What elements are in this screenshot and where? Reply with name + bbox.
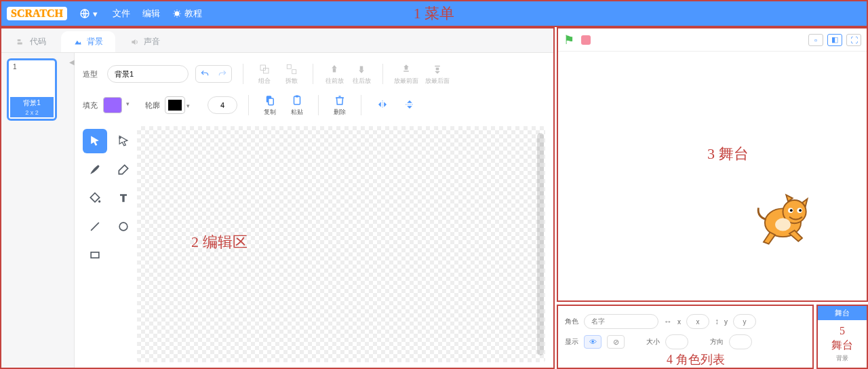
tab-sounds[interactable]: 声音 — [118, 31, 172, 52]
sprite-label: 角色 — [565, 317, 578, 326]
show-button[interactable]: 👁 — [584, 335, 601, 349]
costume-name-input[interactable] — [107, 65, 189, 83]
svg-point-31 — [775, 218, 791, 231]
hide-button[interactable]: ⊘ — [607, 335, 625, 349]
fullscreen-button[interactable]: ⛶ — [846, 34, 861, 46]
annotation-menu: 1 菜单 — [414, 3, 455, 24]
costume-name-label: 背景1 — [10, 97, 54, 109]
stroke-color-swatch[interactable]: ▾ — [165, 97, 184, 113]
y-input[interactable]: y — [733, 314, 756, 329]
stop-button[interactable] — [581, 35, 591, 45]
ungroup-button[interactable]: 拆散 — [281, 63, 302, 85]
svg-rect-17 — [296, 95, 299, 97]
scratch-cat-sprite[interactable] — [751, 187, 815, 252]
svg-point-1 — [175, 12, 180, 16]
stroke-width-input[interactable] — [208, 96, 237, 114]
svg-rect-7 — [292, 69, 296, 73]
language-menu[interactable]: ▾ — [79, 8, 100, 19]
costume-number: 1 — [13, 63, 17, 71]
costume-item[interactable]: 1 背景1 2 x 2 — [7, 58, 57, 121]
green-flag-button[interactable]: ⚑ — [564, 33, 574, 47]
svg-rect-12 — [435, 65, 440, 66]
redo-button[interactable] — [214, 66, 231, 82]
tab-code[interactable]: 代码 — [4, 31, 58, 52]
file-menu[interactable]: 文件 — [113, 7, 130, 20]
xy-icon: ↔ — [664, 317, 672, 326]
svg-point-28 — [790, 209, 793, 212]
paste-button[interactable]: 粘贴 — [287, 94, 307, 117]
svg-rect-8 — [333, 68, 336, 72]
stage-panel: ⚑ ▫ ◧ ⛶ — [557, 27, 868, 302]
svg-rect-16 — [294, 96, 300, 104]
svg-rect-11 — [403, 71, 409, 72]
svg-rect-15 — [269, 98, 274, 105]
svg-rect-5 — [264, 68, 269, 73]
tool-palette — [83, 126, 137, 362]
size-input[interactable] — [665, 334, 688, 349]
text-tool[interactable] — [111, 186, 136, 210]
back-button[interactable]: 放最后面 — [425, 63, 450, 85]
y-label: y — [724, 318, 728, 326]
rect-tool[interactable] — [83, 243, 107, 267]
edit-menu[interactable]: 编辑 — [142, 7, 160, 20]
direction-input[interactable] — [729, 334, 752, 349]
svg-rect-13 — [436, 67, 439, 70]
scratch-logo: SCRATCH — [7, 7, 67, 20]
svg-point-20 — [119, 136, 121, 138]
tutorials-menu[interactable]: 教程 — [172, 7, 202, 20]
direction-label: 方向 — [710, 337, 724, 347]
costume-size-label: 2 x 2 — [10, 109, 54, 117]
svg-rect-10 — [405, 67, 408, 70]
select-tool[interactable] — [83, 129, 107, 153]
flip-vertical-button[interactable] — [399, 98, 420, 112]
y-icon: ↕ — [715, 317, 719, 326]
annotation-stage-small-text: 舞台 — [831, 338, 853, 353]
collapse-icon[interactable]: ◀ — [69, 58, 75, 66]
svg-point-30 — [799, 209, 802, 212]
svg-point-23 — [119, 222, 127, 231]
annotation-editor: 2 编辑区 — [191, 232, 248, 252]
undo-button[interactable] — [196, 66, 214, 82]
svg-rect-2 — [18, 39, 21, 41]
canvas-scrollbar[interactable] — [537, 133, 544, 355]
costume-list: ◀ 1 背景1 2 x 2 — [1, 53, 75, 368]
size-label: 大小 — [646, 337, 660, 347]
menu-bar: SCRATCH ▾ 文件 编辑 教程 1 菜单 — [0, 0, 868, 27]
copy-button[interactable]: 复制 — [260, 94, 280, 117]
line-tool[interactable] — [83, 214, 107, 239]
fill-color-swatch[interactable]: ▾ — [103, 97, 122, 113]
annotation-stage: 3 舞台 — [707, 144, 749, 164]
costume-label: 造型 — [83, 69, 98, 79]
svg-rect-6 — [287, 64, 291, 69]
tabs-bar: 代码 背景 声音 — [1, 28, 553, 53]
brush-tool[interactable] — [83, 157, 107, 182]
small-stage-button[interactable]: ▫ — [808, 34, 823, 46]
sprite-name-input[interactable]: 名字 — [584, 314, 658, 329]
svg-rect-24 — [91, 252, 99, 258]
svg-rect-9 — [360, 66, 363, 70]
front-button[interactable]: 放最前面 — [394, 63, 418, 85]
stage-selector[interactable]: 舞台 5 舞台 背景 — [816, 305, 868, 369]
stroke-label: 轮廓 — [145, 100, 160, 111]
fill-tool[interactable] — [83, 186, 107, 210]
x-input[interactable]: x — [686, 314, 709, 329]
flip-horizontal-button[interactable] — [372, 98, 393, 112]
annotation-stage-small-num: 5 — [840, 325, 845, 337]
tab-backdrops[interactable]: 背景 — [61, 31, 115, 52]
show-label: 显示 — [565, 337, 578, 347]
annotation-sprites: 4 角色列表 — [667, 351, 725, 368]
svg-rect-4 — [260, 65, 266, 71]
editor-panel: 代码 背景 声音 ◀ 1 — [0, 27, 555, 369]
x-label: x — [677, 318, 681, 326]
reshape-tool[interactable] — [111, 129, 136, 153]
circle-tool[interactable] — [111, 214, 136, 239]
backward-button[interactable]: 往后放 — [351, 63, 372, 85]
large-stage-button[interactable]: ◧ — [827, 34, 842, 46]
eraser-tool[interactable] — [111, 157, 136, 182]
stage-canvas[interactable] — [562, 52, 863, 296]
delete-button[interactable]: 删除 — [330, 94, 350, 117]
stage-selector-header: 舞台 — [818, 306, 867, 320]
forward-button[interactable]: 往前放 — [324, 63, 344, 85]
svg-point-21 — [98, 200, 100, 202]
group-button[interactable]: 组合 — [254, 63, 275, 85]
